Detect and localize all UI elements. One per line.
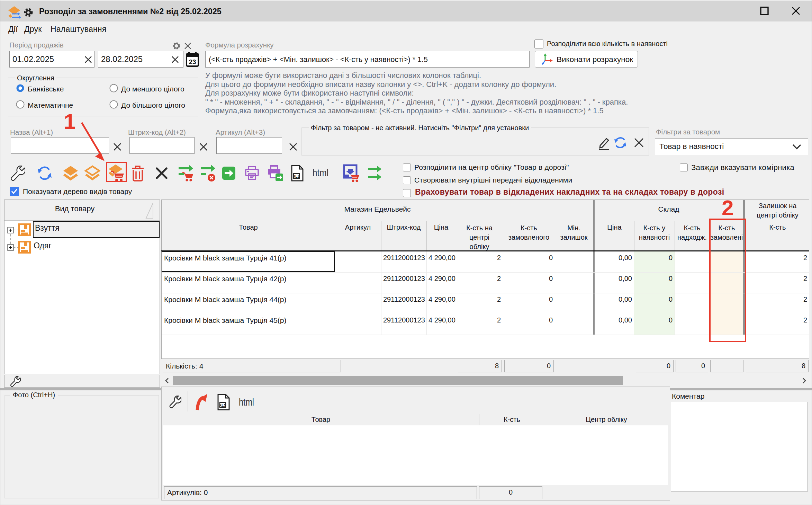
svg-text:html: html <box>313 167 328 178</box>
svg-text:XLS: XLS <box>293 174 300 178</box>
svg-text:html: html <box>239 396 254 408</box>
svg-text:XLS: XLS <box>219 403 226 407</box>
svg-text:23: 23 <box>189 58 196 65</box>
